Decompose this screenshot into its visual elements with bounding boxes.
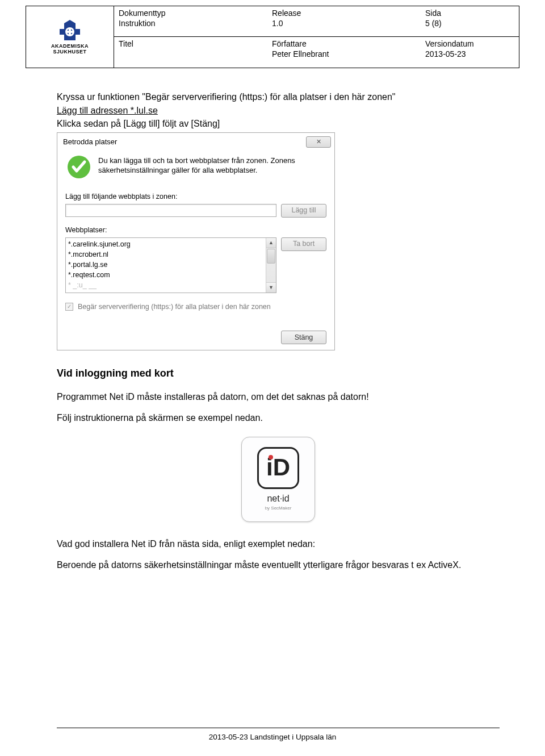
svg-rect-4 [67, 31, 73, 33]
instruction-p2: Lägg till adressen *.lul.se [57, 105, 500, 117]
versiondate-col: Versiondatum 2013-05-23 [421, 37, 519, 68]
dialog-title: Betrodda platser [63, 137, 117, 147]
https-checkbox[interactable]: ✓ [65, 303, 73, 311]
dialog-close-label: Stäng [295, 333, 313, 343]
dialog-title-bar: Betrodda platser ✕ [57, 133, 334, 150]
listbox-scrollbar[interactable]: ▲ ▼ [266, 238, 276, 293]
list-item[interactable]: * _:u_ __ [68, 280, 263, 290]
dialog-footer: Stäng [57, 325, 334, 350]
list-item[interactable]: *.mcrobert.nl [68, 249, 263, 260]
document-footer: 2013-05-23 Landstinget i Uppsala län [26, 728, 519, 749]
doctype: Dokumenttyp Instruktion [114, 6, 267, 36]
scroll-up-icon[interactable]: ▲ [266, 238, 276, 248]
list-item[interactable]: *.carelink.sjunet.org [68, 239, 263, 249]
https-checkbox-label: Begär serververifiering (https:) för all… [78, 302, 271, 312]
document-body: Kryssa ur funktionen "Begär serververifi… [26, 68, 519, 571]
header-meta: Dokumenttyp Instruktion Release 1.0 Sida… [114, 6, 519, 68]
dialog-body: Du kan lägga till och ta bort webbplatse… [57, 150, 334, 325]
versiondate-value: 2013-05-23 [425, 49, 466, 59]
release-label: Release [272, 9, 301, 18]
scroll-thumb[interactable] [267, 249, 275, 264]
versiondate-label: Versiondatum [425, 39, 474, 48]
close-icon: ✕ [316, 137, 321, 146]
author-label: Författare [272, 39, 307, 48]
instruction-p1: Kryssa ur funktionen "Begär serververifi… [57, 91, 500, 103]
instruction-p3: Klicka sedan på [Lägg till] följt av [St… [57, 118, 500, 130]
title-label: Titel [119, 39, 133, 48]
hospital-logo-icon [58, 19, 81, 41]
page-num: Sida 5 (8) [421, 6, 519, 36]
header-row-1: Dokumenttyp Instruktion Release 1.0 Sida… [114, 6, 519, 37]
body-p6: Vad god installera Net iD från nästa sid… [57, 538, 500, 550]
sites-listbox[interactable]: *.carelink.sjunet.org *.mcrobert.nl *.po… [65, 237, 276, 293]
author-col: Författare Peter Ellnebrant [267, 37, 421, 68]
dialog-desc: Du kan lägga till och ta bort webbplatse… [98, 153, 326, 176]
page-value: 5 (8) [425, 19, 442, 28]
footer-text: 2013-05-23 Landstinget i Uppsala län [26, 728, 519, 749]
sites-list-items: *.carelink.sjunet.org *.mcrobert.nl *.po… [66, 238, 266, 293]
netid-figure: iD net·id by SecMaker [57, 437, 500, 522]
trusted-check-icon [65, 153, 93, 181]
trusted-sites-dialog: Betrodda platser ✕ Du kan lägga till och… [57, 132, 335, 351]
https-checkbox-row: ✓ Begär serververifiering (https:) för a… [65, 302, 326, 312]
document-header: AKADEMISKA SJUKHUSET Dokumenttyp Instruk… [26, 6, 519, 68]
body-p4: Programmet Net iD måste installeras på d… [57, 391, 500, 403]
netid-sublabel: by SecMaker [265, 506, 292, 512]
add-button-label: Lägg till [291, 206, 316, 215]
body-p5: Följ instruktionerna på skärmen se exemp… [57, 412, 500, 424]
netid-icon: iD [257, 447, 299, 489]
sites-list-label: Webbplatser: [65, 225, 326, 235]
document-page: AKADEMISKA SJUKHUSET Dokumenttyp Instruk… [0, 0, 545, 756]
logo-line2: SJUKHUSET [53, 49, 86, 55]
dialog-description-row: Du kan lägga till och ta bort webbplatse… [65, 153, 326, 181]
netid-label: net·id [267, 492, 289, 505]
add-site-label: Lägg till följande webbplats i zonen: [65, 192, 326, 202]
remove-button[interactable]: Ta bort [281, 237, 326, 251]
section-heading: Vid inloggning med kort [57, 366, 500, 380]
list-item[interactable]: *.portal.lg.se [68, 260, 263, 270]
header-row-2: Titel Författare Peter Ellnebrant Versio… [114, 37, 519, 68]
doctype-label: Dokumenttyp [119, 9, 165, 18]
logo-line1: AKADEMISKA [51, 43, 89, 49]
dialog-close-button[interactable]: Stäng [281, 331, 326, 344]
list-item[interactable]: *.reqtest.com [68, 270, 263, 280]
close-button[interactable]: ✕ [306, 136, 331, 148]
sites-list-row: *.carelink.sjunet.org *.mcrobert.nl *.po… [65, 237, 326, 293]
logo-text: AKADEMISKA SJUKHUSET [51, 44, 89, 55]
release: Release 1.0 [267, 6, 421, 36]
release-value: 1.0 [272, 19, 283, 28]
page-label: Sida [425, 9, 441, 18]
body-p7: Beroende på datorns säkerhetsinställning… [57, 559, 500, 571]
remove-button-label: Ta bort [293, 239, 315, 249]
title-col: Titel [114, 37, 267, 68]
author-value: Peter Ellnebrant [272, 49, 329, 59]
logo-cell: AKADEMISKA SJUKHUSET [26, 6, 114, 68]
doctype-value: Instruktion [119, 19, 156, 28]
scroll-down-icon[interactable]: ▼ [266, 282, 276, 293]
netid-card: iD net·id by SecMaker [241, 437, 315, 522]
add-button[interactable]: Lägg till [281, 204, 326, 218]
add-site-row: Lägg till [65, 204, 326, 218]
add-site-input[interactable] [65, 204, 276, 217]
